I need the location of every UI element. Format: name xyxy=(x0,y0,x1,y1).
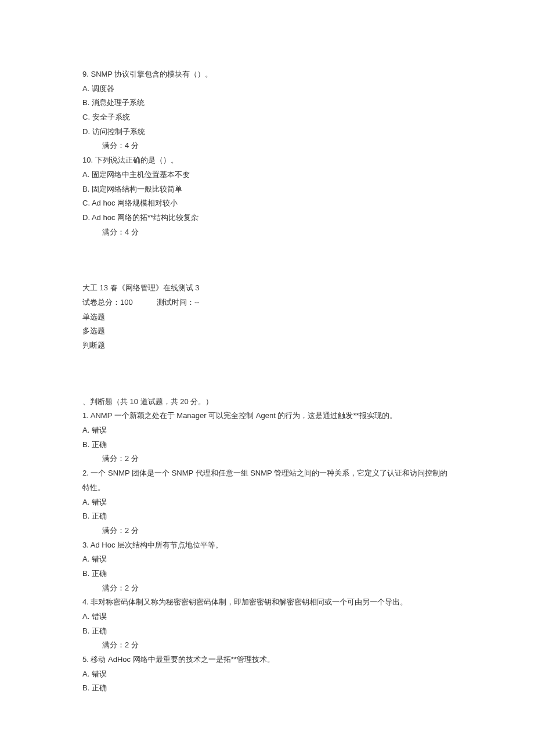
question-text: SNMP 协议引擎包含的模块有（）。 xyxy=(91,70,212,78)
question-stem: 10. 下列说法正确的是（）。 xyxy=(82,153,452,168)
option-d: D. Ad hoc 网络的拓**结构比较复杂 xyxy=(82,211,452,225)
option-b: B. 正确 xyxy=(82,624,452,639)
score-line: 满分：2 分 xyxy=(82,524,452,538)
option-b: B. 消息处理子系统 xyxy=(82,96,452,110)
score-line: 满分：2 分 xyxy=(82,452,452,466)
tf-question-2: 2. 一个 SNMP 团体是一个 SNMP 代理和任意一组 SNMP 管理站之间… xyxy=(82,466,452,538)
tf-question-1: 1. ANMP 一个新颖之处在于 Manager 可以完全控制 Agent 的行… xyxy=(82,409,452,466)
score-line: 满分：2 分 xyxy=(82,581,452,596)
question-stem: 5. 移动 AdHoc 网络中最重要的技术之一是拓**管理技术。 xyxy=(82,653,452,667)
question-stem: 3. Ad Hoc 层次结构中所有节点地位平等。 xyxy=(82,538,452,553)
option-d: D. 访问控制子系统 xyxy=(82,125,452,139)
option-b: B. 固定网络结构一般比较简单 xyxy=(82,182,452,197)
option-b: B. 正确 xyxy=(82,509,452,524)
tf-question-4: 4. 非对称密码体制又称为秘密密钥密码体制，即加密密钥和解密密钥相同或一个可由另… xyxy=(82,595,452,653)
option-a: A. 错误 xyxy=(82,552,452,567)
test-meta: 试卷总分：100 测试时间：-- xyxy=(82,296,452,310)
section-divider xyxy=(82,239,452,281)
question-number: 9. xyxy=(82,70,89,78)
question-stem: 9. SNMP 协议引擎包含的模块有（）。 xyxy=(82,67,452,82)
mc-question-9: 9. SNMP 协议引擎包含的模块有（）。 A. 调度器 B. 消息处理子系统 … xyxy=(82,67,452,153)
option-c: C. 安全子系统 xyxy=(82,110,452,125)
question-number: 10. xyxy=(82,156,93,164)
score-line: 满分：4 分 xyxy=(82,139,452,153)
question-text: 下列说法正确的是（）。 xyxy=(95,156,178,164)
question-stem: 2. 一个 SNMP 团体是一个 SNMP 代理和任意一组 SNMP 管理站之间… xyxy=(82,466,452,495)
option-a: A. 错误 xyxy=(82,423,452,438)
option-a: A. 错误 xyxy=(82,495,452,510)
option-b: B. 正确 xyxy=(82,438,452,452)
option-b: B. 正确 xyxy=(82,567,452,581)
question-stem: 4. 非对称密码体制又称为秘密密钥密码体制，即加密密钥和解密密钥相同或一个可由另… xyxy=(82,595,452,610)
tf-header: 、判断题（共 10 道试题，共 20 分。） xyxy=(82,395,452,409)
option-a: A. 固定网络中主机位置基本不变 xyxy=(82,168,452,182)
score-line: 满分：2 分 xyxy=(82,638,452,653)
option-c: C. Ad hoc 网络规模相对较小 xyxy=(82,196,452,211)
mc-question-10: 10. 下列说法正确的是（）。 A. 固定网络中主机位置基本不变 B. 固定网络… xyxy=(82,153,452,239)
option-a: A. 错误 xyxy=(82,610,452,624)
tf-question-5: 5. 移动 AdHoc 网络中最重要的技术之一是拓**管理技术。 A. 错误 B… xyxy=(82,653,452,696)
option-a: A. 调度器 xyxy=(82,82,452,96)
score-line: 满分：4 分 xyxy=(82,225,452,240)
type-multi: 多选题 xyxy=(82,324,452,339)
tf-question-3: 3. Ad Hoc 层次结构中所有节点地位平等。 A. 错误 B. 正确 满分：… xyxy=(82,538,452,596)
type-judge: 判断题 xyxy=(82,339,452,353)
test-title: 大工 13 春《网络管理》在线测试 3 xyxy=(82,281,452,296)
option-a: A. 错误 xyxy=(82,667,452,682)
test-header: 大工 13 春《网络管理》在线测试 3 试卷总分：100 测试时间：-- 单选题… xyxy=(82,281,452,352)
question-stem: 1. ANMP 一个新颖之处在于 Manager 可以完全控制 Agent 的行… xyxy=(82,409,452,423)
type-single: 单选题 xyxy=(82,310,452,325)
tf-section: 、判断题（共 10 道试题，共 20 分。） 1. ANMP 一个新颖之处在于 … xyxy=(82,395,452,696)
section-divider xyxy=(82,353,452,395)
option-b: B. 正确 xyxy=(82,681,452,696)
